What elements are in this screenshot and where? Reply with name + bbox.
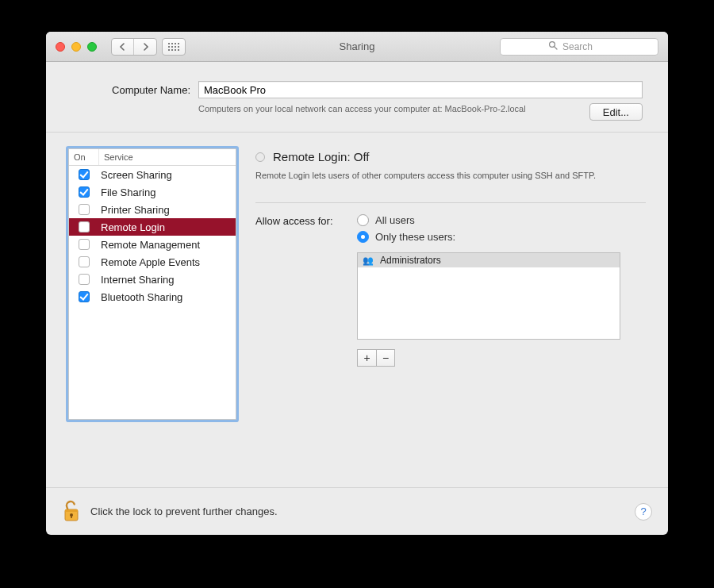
allowed-user-row[interactable]: 👥 Administrators bbox=[358, 253, 620, 267]
services-header: On Service bbox=[69, 149, 236, 166]
content-area: On Service Screen SharingFile SharingPri… bbox=[46, 133, 668, 487]
service-label: Remote Management bbox=[99, 239, 236, 251]
search-input[interactable] bbox=[562, 41, 610, 52]
computer-name-label: Computer Name: bbox=[71, 84, 190, 96]
grid-icon bbox=[168, 43, 179, 51]
window-toolbar: Sharing bbox=[46, 32, 668, 62]
service-label: Printer Sharing bbox=[99, 204, 236, 216]
show-all-prefpanes-button[interactable] bbox=[162, 38, 186, 56]
radio-all-users[interactable]: All users bbox=[357, 214, 620, 226]
service-row-remote-management[interactable]: Remote Management bbox=[69, 236, 236, 253]
remove-user-button[interactable]: − bbox=[376, 349, 395, 367]
services-header-service: Service bbox=[99, 149, 236, 165]
service-label: File Sharing bbox=[99, 186, 236, 198]
radio-only-these-users-label: Only these users: bbox=[375, 231, 455, 243]
services-list[interactable]: On Service Screen SharingFile SharingPri… bbox=[68, 148, 236, 420]
chevron-left-icon bbox=[119, 43, 126, 51]
forward-button[interactable] bbox=[134, 39, 156, 55]
add-remove-user-controls: + − bbox=[357, 349, 620, 367]
svg-rect-3 bbox=[65, 509, 78, 512]
service-row-remote-login[interactable]: Remote Login bbox=[69, 218, 236, 236]
service-status-title: Remote Login: Off bbox=[273, 150, 369, 163]
radio-icon bbox=[357, 214, 369, 226]
services-header-on: On bbox=[69, 149, 99, 165]
service-checkbox[interactable] bbox=[79, 274, 90, 285]
service-checkbox[interactable] bbox=[79, 186, 90, 198]
traffic-lights bbox=[46, 42, 97, 52]
back-button[interactable] bbox=[112, 39, 134, 55]
service-row-printer-sharing[interactable]: Printer Sharing bbox=[69, 201, 236, 218]
service-detail-pane: Remote Login: Off Remote Login lets user… bbox=[255, 148, 646, 487]
radio-all-users-label: All users bbox=[375, 214, 415, 226]
unlock-icon[interactable] bbox=[62, 500, 81, 524]
service-label: Remote Apple Events bbox=[99, 256, 236, 268]
service-row-bluetooth-sharing[interactable]: Bluetooth Sharing bbox=[69, 288, 236, 306]
service-label: Screen Sharing bbox=[99, 169, 236, 181]
allowed-user-name: Administrators bbox=[380, 255, 441, 266]
divider bbox=[255, 202, 646, 203]
service-checkbox[interactable] bbox=[79, 291, 90, 302]
service-checkbox[interactable] bbox=[79, 204, 90, 215]
help-button[interactable]: ? bbox=[635, 503, 652, 521]
service-checkbox[interactable] bbox=[79, 256, 90, 267]
svg-rect-5 bbox=[71, 515, 72, 518]
add-user-button[interactable]: + bbox=[357, 349, 376, 367]
toolbar-search-field[interactable] bbox=[500, 38, 658, 56]
service-label: Internet Sharing bbox=[99, 274, 236, 286]
lock-hint-text: Click the lock to prevent further change… bbox=[90, 505, 278, 517]
service-label: Remote Login bbox=[99, 221, 236, 233]
service-row-remote-apple-events[interactable]: Remote Apple Events bbox=[69, 253, 236, 271]
toolbar-nav-group bbox=[111, 38, 186, 56]
service-checkbox[interactable] bbox=[79, 169, 90, 180]
service-status-description: Remote Login lets users of other compute… bbox=[255, 170, 597, 182]
service-label: Bluetooth Sharing bbox=[99, 291, 236, 303]
chevron-right-icon bbox=[142, 43, 149, 51]
radio-icon bbox=[357, 231, 369, 243]
edit-hostname-button[interactable]: Edit... bbox=[589, 103, 643, 121]
close-window-button[interactable] bbox=[56, 42, 65, 52]
svg-line-1 bbox=[555, 47, 557, 49]
allow-access-label: Allow access for: bbox=[255, 214, 349, 227]
lock-footer: Click the lock to prevent further change… bbox=[46, 487, 668, 535]
service-row-file-sharing[interactable]: File Sharing bbox=[69, 183, 236, 201]
service-checkbox[interactable] bbox=[79, 221, 90, 233]
minimize-window-button[interactable] bbox=[71, 42, 81, 52]
status-indicator-icon bbox=[255, 152, 265, 162]
computer-name-hint: Computers on your local network can acce… bbox=[198, 103, 582, 115]
computer-name-section: Computer Name: Computers on your local n… bbox=[46, 62, 668, 133]
sharing-prefpane-window: Sharing Computer Name: Computers on your… bbox=[46, 32, 668, 535]
allowed-users-list[interactable]: 👥 Administrators bbox=[357, 252, 620, 340]
service-row-screen-sharing[interactable]: Screen Sharing bbox=[69, 166, 236, 183]
service-row-internet-sharing[interactable]: Internet Sharing bbox=[69, 271, 236, 288]
people-icon: 👥 bbox=[363, 256, 374, 266]
search-icon bbox=[548, 40, 558, 52]
service-checkbox[interactable] bbox=[79, 239, 90, 250]
zoom-window-button[interactable] bbox=[87, 42, 97, 52]
computer-name-input[interactable] bbox=[198, 81, 643, 98]
back-forward-segment bbox=[111, 38, 157, 56]
radio-only-these-users[interactable]: Only these users: bbox=[357, 231, 620, 243]
